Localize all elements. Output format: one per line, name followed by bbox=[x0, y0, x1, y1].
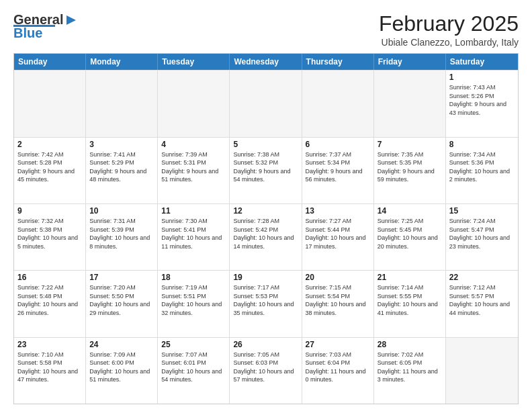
calendar-day-25: 25Sunrise: 7:07 AMSunset: 6:01 PMDayligh… bbox=[158, 338, 230, 404]
calendar-day-12: 12Sunrise: 7:28 AMSunset: 5:42 PMDayligh… bbox=[230, 204, 302, 270]
calendar-day-26: 26Sunrise: 7:05 AMSunset: 6:03 PMDayligh… bbox=[230, 338, 302, 404]
calendar-day-empty bbox=[374, 71, 446, 136]
weekday-header-tuesday: Tuesday bbox=[158, 54, 230, 70]
day-number: 24 bbox=[89, 340, 154, 349]
calendar-day-23: 23Sunrise: 7:10 AMSunset: 5:58 PMDayligh… bbox=[14, 338, 86, 404]
day-number: 12 bbox=[233, 206, 298, 216]
calendar-day-16: 16Sunrise: 7:22 AMSunset: 5:48 PMDayligh… bbox=[14, 271, 86, 336]
day-number: 10 bbox=[89, 206, 154, 216]
weekday-header-saturday: Saturday bbox=[446, 54, 518, 70]
calendar-day-8: 8Sunrise: 7:34 AMSunset: 5:36 PMDaylight… bbox=[446, 138, 518, 203]
day-info: Sunrise: 7:02 AMSunset: 6:05 PMDaylight:… bbox=[378, 351, 442, 384]
day-info: Sunrise: 7:35 AMSunset: 5:35 PMDaylight:… bbox=[378, 150, 442, 184]
day-info: Sunrise: 7:09 AMSunset: 6:00 PMDaylight:… bbox=[89, 351, 154, 384]
weekday-header-thursday: Thursday bbox=[302, 54, 374, 70]
day-info: Sunrise: 7:38 AMSunset: 5:32 PMDaylight:… bbox=[233, 150, 298, 184]
day-number: 2 bbox=[17, 140, 82, 149]
day-number: 9 bbox=[17, 206, 82, 216]
logo-arrow-icon bbox=[64, 13, 79, 28]
header: General Blue February 2025 Ubiale Clanez… bbox=[13, 12, 519, 48]
calendar-day-10: 10Sunrise: 7:31 AMSunset: 5:39 PMDayligh… bbox=[86, 204, 158, 270]
calendar-week-5: 23Sunrise: 7:10 AMSunset: 5:58 PMDayligh… bbox=[14, 337, 518, 404]
calendar-day-27: 27Sunrise: 7:03 AMSunset: 6:04 PMDayligh… bbox=[302, 338, 374, 404]
day-number: 11 bbox=[161, 206, 226, 216]
weekday-header-wednesday: Wednesday bbox=[230, 54, 302, 70]
day-number: 13 bbox=[306, 206, 370, 216]
calendar-day-20: 20Sunrise: 7:15 AMSunset: 5:54 PMDayligh… bbox=[302, 271, 374, 336]
calendar-day-15: 15Sunrise: 7:24 AMSunset: 5:47 PMDayligh… bbox=[446, 204, 518, 270]
location: Ubiale Clanezzo, Lombardy, Italy bbox=[379, 37, 519, 48]
day-number: 27 bbox=[306, 340, 370, 349]
day-info: Sunrise: 7:15 AMSunset: 5:54 PMDaylight:… bbox=[306, 283, 370, 317]
day-number: 16 bbox=[17, 273, 82, 282]
day-info: Sunrise: 7:28 AMSunset: 5:42 PMDaylight:… bbox=[233, 217, 298, 250]
day-number: 3 bbox=[89, 140, 154, 149]
day-number: 17 bbox=[89, 273, 154, 282]
day-info: Sunrise: 7:12 AMSunset: 5:57 PMDaylight:… bbox=[449, 283, 515, 317]
calendar-day-6: 6Sunrise: 7:37 AMSunset: 5:34 PMDaylight… bbox=[302, 138, 374, 203]
day-info: Sunrise: 7:19 AMSunset: 5:51 PMDaylight:… bbox=[161, 283, 226, 317]
weekday-header-sunday: Sunday bbox=[14, 54, 86, 70]
calendar-day-5: 5Sunrise: 7:38 AMSunset: 5:32 PMDaylight… bbox=[230, 138, 302, 203]
day-info: Sunrise: 7:07 AMSunset: 6:01 PMDaylight:… bbox=[161, 351, 226, 384]
day-info: Sunrise: 7:27 AMSunset: 5:44 PMDaylight:… bbox=[306, 217, 370, 250]
calendar-day-7: 7Sunrise: 7:35 AMSunset: 5:35 PMDaylight… bbox=[374, 138, 446, 203]
day-info: Sunrise: 7:32 AMSunset: 5:38 PMDaylight:… bbox=[17, 217, 82, 250]
calendar-day-4: 4Sunrise: 7:39 AMSunset: 5:31 PMDaylight… bbox=[158, 138, 230, 203]
calendar-body: 1Sunrise: 7:43 AMSunset: 5:26 PMDaylight… bbox=[14, 70, 518, 404]
calendar-day-9: 9Sunrise: 7:32 AMSunset: 5:38 PMDaylight… bbox=[14, 204, 86, 270]
day-number: 8 bbox=[449, 140, 515, 149]
page: General Blue February 2025 Ubiale Clanez… bbox=[0, 0, 532, 411]
svg-marker-0 bbox=[66, 15, 76, 25]
logo-blue: Blue bbox=[13, 26, 42, 41]
day-number: 22 bbox=[449, 273, 515, 282]
day-info: Sunrise: 7:30 AMSunset: 5:41 PMDaylight:… bbox=[161, 217, 226, 250]
calendar-week-3: 9Sunrise: 7:32 AMSunset: 5:38 PMDaylight… bbox=[14, 203, 518, 270]
day-info: Sunrise: 7:25 AMSunset: 5:45 PMDaylight:… bbox=[378, 217, 442, 250]
calendar-day-2: 2Sunrise: 7:42 AMSunset: 5:28 PMDaylight… bbox=[14, 138, 86, 203]
day-number: 6 bbox=[306, 140, 370, 149]
calendar-day-3: 3Sunrise: 7:41 AMSunset: 5:29 PMDaylight… bbox=[86, 138, 158, 203]
day-number: 5 bbox=[233, 140, 298, 149]
day-number: 19 bbox=[233, 273, 298, 282]
calendar-day-empty bbox=[86, 71, 158, 136]
calendar-day-empty bbox=[302, 71, 374, 136]
calendar-day-28: 28Sunrise: 7:02 AMSunset: 6:05 PMDayligh… bbox=[374, 338, 446, 404]
day-number: 4 bbox=[161, 140, 226, 149]
day-info: Sunrise: 7:34 AMSunset: 5:36 PMDaylight:… bbox=[449, 150, 515, 184]
day-number: 7 bbox=[378, 140, 442, 149]
day-info: Sunrise: 7:42 AMSunset: 5:28 PMDaylight:… bbox=[17, 150, 82, 184]
day-number: 25 bbox=[161, 340, 226, 349]
weekday-header-friday: Friday bbox=[374, 54, 446, 70]
calendar-day-21: 21Sunrise: 7:14 AMSunset: 5:55 PMDayligh… bbox=[374, 271, 446, 336]
day-number: 23 bbox=[17, 340, 82, 349]
calendar-day-24: 24Sunrise: 7:09 AMSunset: 6:00 PMDayligh… bbox=[86, 338, 158, 404]
header-right: February 2025 Ubiale Clanezzo, Lombardy,… bbox=[379, 12, 519, 48]
calendar-day-empty bbox=[446, 338, 518, 404]
calendar-week-1: 1Sunrise: 7:43 AMSunset: 5:26 PMDaylight… bbox=[14, 70, 518, 136]
calendar-day-19: 19Sunrise: 7:17 AMSunset: 5:53 PMDayligh… bbox=[230, 271, 302, 336]
month-title: February 2025 bbox=[379, 12, 519, 36]
weekday-header-monday: Monday bbox=[86, 54, 158, 70]
day-info: Sunrise: 7:24 AMSunset: 5:47 PMDaylight:… bbox=[449, 217, 515, 250]
day-number: 1 bbox=[449, 73, 515, 82]
day-number: 14 bbox=[378, 206, 442, 216]
day-info: Sunrise: 7:37 AMSunset: 5:34 PMDaylight:… bbox=[306, 150, 370, 184]
day-number: 18 bbox=[161, 273, 226, 282]
day-number: 20 bbox=[306, 273, 370, 282]
calendar-day-empty bbox=[14, 71, 86, 136]
calendar-day-17: 17Sunrise: 7:20 AMSunset: 5:50 PMDayligh… bbox=[86, 271, 158, 336]
day-number: 15 bbox=[449, 206, 515, 216]
calendar-day-empty bbox=[158, 71, 230, 136]
day-info: Sunrise: 7:31 AMSunset: 5:39 PMDaylight:… bbox=[89, 217, 154, 250]
calendar-day-1: 1Sunrise: 7:43 AMSunset: 5:26 PMDaylight… bbox=[446, 71, 518, 136]
calendar-week-4: 16Sunrise: 7:22 AMSunset: 5:48 PMDayligh… bbox=[14, 270, 518, 336]
day-info: Sunrise: 7:14 AMSunset: 5:55 PMDaylight:… bbox=[378, 283, 442, 317]
day-info: Sunrise: 7:17 AMSunset: 5:53 PMDaylight:… bbox=[233, 283, 298, 317]
day-info: Sunrise: 7:10 AMSunset: 5:58 PMDaylight:… bbox=[17, 351, 82, 384]
calendar-day-22: 22Sunrise: 7:12 AMSunset: 5:57 PMDayligh… bbox=[446, 271, 518, 336]
day-info: Sunrise: 7:03 AMSunset: 6:04 PMDaylight:… bbox=[306, 351, 370, 384]
day-number: 26 bbox=[233, 340, 298, 349]
day-info: Sunrise: 7:41 AMSunset: 5:29 PMDaylight:… bbox=[89, 150, 154, 184]
day-info: Sunrise: 7:20 AMSunset: 5:50 PMDaylight:… bbox=[89, 283, 154, 317]
